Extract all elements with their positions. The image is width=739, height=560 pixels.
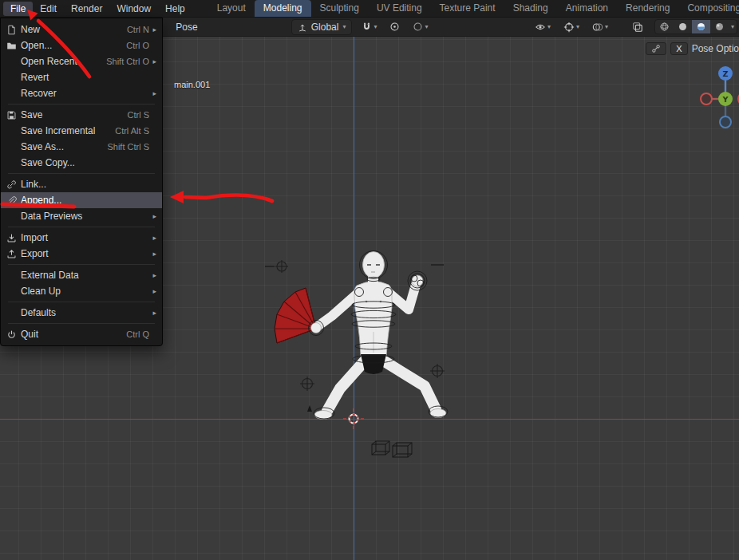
bone-icon: [651, 44, 661, 53]
tab-modeling[interactable]: Modeling: [255, 0, 311, 17]
blender-window: Z Y main.001 FileEditRenderWindowHelp La…: [0, 0, 739, 560]
transform-orientation-dropdown[interactable]: Global ▾: [291, 19, 353, 35]
pose-menu[interactable]: Pose: [170, 20, 203, 34]
tab-animation[interactable]: Animation: [557, 0, 617, 17]
tab-uv-editing[interactable]: UV Editing: [368, 0, 431, 17]
file-menu-item-external-data[interactable]: External Data▸: [1, 267, 162, 283]
eye-icon: [535, 22, 546, 33]
menu-item-shortcut: Shift Ctrl S: [107, 142, 149, 152]
export-icon: [6, 249, 21, 259]
topbar: FileEditRenderWindowHelp LayoutModelingS…: [0, 0, 739, 18]
proportional-editing-toggle[interactable]: [386, 20, 403, 34]
menu-item-label: Revert: [21, 72, 49, 83]
file-menu-item-data-previews[interactable]: Data Previews▸: [1, 208, 162, 224]
tab-shading[interactable]: Shading: [504, 0, 557, 17]
tab-layout[interactable]: Layout: [208, 0, 255, 17]
magnet-icon: [362, 22, 372, 32]
file-menu-item-save-copy[interactable]: Save Copy...: [1, 155, 162, 171]
falloff-curve-icon: [413, 22, 423, 32]
pose-options-dropdown[interactable]: Pose Optio: [692, 43, 739, 54]
file-menu-item-revert[interactable]: Revert: [1, 69, 162, 85]
submenu-arrow-icon: ▸: [149, 212, 156, 220]
wireframe-sphere-icon: [659, 22, 670, 32]
file-menu-item-export[interactable]: Export▸: [1, 246, 162, 262]
shading-wireframe-button[interactable]: [655, 20, 674, 34]
open-folder-icon: [6, 41, 21, 51]
tab-texture-paint[interactable]: Texture Paint: [431, 0, 504, 17]
material-sphere-icon: [696, 22, 706, 32]
file-menu-item-recover[interactable]: Recover▸: [1, 85, 162, 101]
menu-item-shortcut: Ctrl Alt S: [115, 126, 149, 136]
file-menu-item-quit[interactable]: QuitCtrl Q: [1, 326, 162, 342]
file-menu-item-new[interactable]: NewCtrl N▸: [1, 22, 162, 37]
submenu-arrow-icon: ▸: [149, 250, 156, 258]
file-menu-item-import[interactable]: Import▸: [1, 230, 162, 246]
file-menu-dropdown: NewCtrl N▸Open...Ctrl OOpen RecentShift …: [0, 18, 163, 346]
menu-window[interactable]: Window: [109, 2, 158, 16]
overlays-dropdown[interactable]: ▾: [589, 20, 611, 34]
submenu-arrow-icon: ▸: [149, 309, 156, 317]
chevron-down-icon: ▾: [547, 23, 551, 30]
file-menu-item-save[interactable]: SaveCtrl S: [1, 107, 162, 123]
chevron-down-icon: ▾: [605, 23, 608, 30]
menu-item-label: Data Previews: [21, 211, 82, 222]
menu-render[interactable]: Render: [64, 2, 109, 16]
menu-item-label: Save As...: [21, 141, 64, 152]
submenu-arrow-icon: ▸: [149, 271, 156, 279]
visibility-dropdown[interactable]: ▾: [532, 20, 554, 34]
file-menu-item-defaults[interactable]: Defaults▸: [1, 305, 162, 321]
tab-rendering[interactable]: Rendering: [617, 0, 678, 17]
tab-sculpting[interactable]: Sculpting: [311, 0, 368, 17]
file-menu-item-save-as[interactable]: Save As...Shift Ctrl S: [1, 139, 162, 155]
submenu-arrow-icon: ▸: [149, 57, 156, 65]
file-menu-item-save-incremental[interactable]: Save IncrementalCtrl Alt S: [1, 123, 162, 139]
menu-item-shortcut: Ctrl S: [128, 110, 150, 120]
pose-tool-icon-button[interactable]: [646, 42, 666, 55]
file-menu-item-append[interactable]: Append...: [1, 192, 162, 208]
viewport-shading-group: ▾: [654, 19, 737, 34]
menu-item-label: Save: [21, 109, 42, 120]
menu-edit[interactable]: Edit: [33, 2, 64, 16]
menu-separator: [8, 104, 155, 105]
gizmo-icon: [563, 22, 575, 33]
submenu-arrow-icon: ▸: [149, 89, 156, 97]
menu-separator: [8, 173, 155, 174]
chevron-down-icon: ▾: [576, 23, 579, 30]
shading-solid-button[interactable]: [674, 20, 692, 34]
file-menu-item-open[interactable]: Open...Ctrl O: [1, 37, 162, 53]
chevron-down-icon: ▾: [373, 23, 377, 30]
menu-item-label: New: [21, 24, 40, 35]
file-menu-item-link[interactable]: Link...: [1, 176, 162, 192]
menu-help[interactable]: Help: [158, 2, 192, 16]
menu-item-label: Defaults: [21, 307, 56, 318]
menu-item-label: External Data: [21, 270, 79, 281]
menu-separator: [8, 323, 155, 324]
menu-item-label: Quit: [21, 329, 38, 340]
file-menu-item-open-recent[interactable]: Open RecentShift Ctrl O▸: [1, 53, 162, 69]
chevron-down-icon: ▾: [342, 23, 346, 30]
tab-compositing[interactable]: Compositing: [678, 0, 739, 17]
menu-item-shortcut: Ctrl O: [126, 41, 149, 50]
menu-item-label: Import: [21, 232, 48, 243]
file-menu-item-clean-up[interactable]: Clean Up▸: [1, 283, 162, 299]
power-icon: [6, 329, 21, 340]
shading-rendered-button[interactable]: [710, 20, 729, 34]
menu-item-label: Save Copy...: [21, 157, 75, 168]
menu-item-label: Open Recent: [21, 56, 77, 67]
menu-item-label: Clean Up: [21, 286, 61, 297]
rendered-sphere-icon: [714, 22, 725, 32]
shading-material-button[interactable]: [692, 20, 710, 34]
proportional-falloff-dropdown[interactable]: ▾: [409, 20, 431, 34]
xray-icon: [632, 22, 643, 33]
x-mirror-toggle[interactable]: X: [670, 42, 687, 55]
new-file-icon: [6, 25, 21, 35]
gizmos-dropdown[interactable]: ▾: [560, 20, 583, 34]
menu-item-shortcut: Ctrl N: [127, 25, 149, 34]
xray-toggle[interactable]: [629, 20, 646, 34]
viewport-header-right: ▾ ▾ ▾: [525, 19, 739, 34]
chevron-down-icon: ▾: [425, 23, 428, 30]
menu-item-label: Recover: [21, 88, 57, 99]
menu-file[interactable]: File: [3, 2, 33, 16]
menubar: FileEditRenderWindowHelp: [0, 2, 192, 16]
snapping-dropdown[interactable]: ▾: [358, 20, 380, 34]
